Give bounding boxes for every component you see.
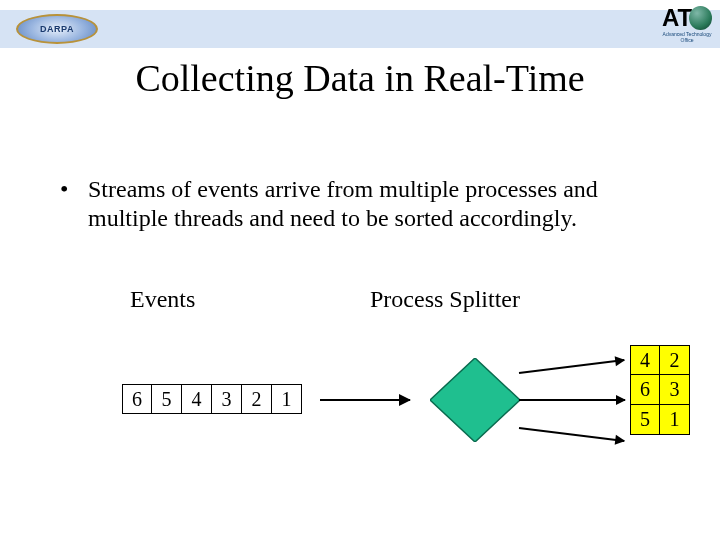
splitter-diamond	[430, 358, 520, 442]
output-row: 6 3	[630, 375, 690, 405]
arrow-out-3	[519, 427, 624, 442]
bullet-block: • Streams of events arrive from multiple…	[60, 175, 660, 233]
ato-logo-subtitle: Advanced Technology Office	[662, 31, 712, 43]
darpa-logo: DARPA	[16, 14, 98, 44]
output-cell: 3	[660, 375, 690, 405]
output-cell: 6	[630, 375, 660, 405]
arrow-out-1	[519, 359, 624, 374]
ato-logo: AT Advanced Technology Office	[662, 6, 712, 50]
events-row: 6 5 4 3 2 1	[122, 384, 302, 414]
output-cell: 2	[660, 345, 690, 375]
slide-title: Collecting Data in Real-Time	[0, 56, 720, 100]
event-cell: 4	[182, 384, 212, 414]
header-bar	[0, 10, 720, 48]
bullet-dot: •	[60, 175, 88, 233]
event-cell: 2	[242, 384, 272, 414]
event-cell: 6	[122, 384, 152, 414]
output-grid: 4 2 6 3 5 1	[630, 345, 690, 435]
label-events: Events	[130, 286, 195, 313]
output-cell: 1	[660, 405, 690, 435]
event-cell: 1	[272, 384, 302, 414]
event-cell: 3	[212, 384, 242, 414]
bullet-text: Streams of events arrive from multiple p…	[88, 175, 660, 233]
svg-marker-0	[430, 358, 520, 442]
arrow-out-2	[519, 399, 625, 401]
ato-logo-letters: AT	[662, 6, 712, 30]
globe-icon	[689, 6, 712, 30]
label-process-splitter: Process Splitter	[370, 286, 520, 313]
output-row: 5 1	[630, 405, 690, 435]
output-cell: 4	[630, 345, 660, 375]
output-row: 4 2	[630, 345, 690, 375]
output-cell: 5	[630, 405, 660, 435]
arrow-main	[320, 399, 410, 401]
darpa-logo-text: DARPA	[40, 24, 74, 34]
event-cell: 5	[152, 384, 182, 414]
